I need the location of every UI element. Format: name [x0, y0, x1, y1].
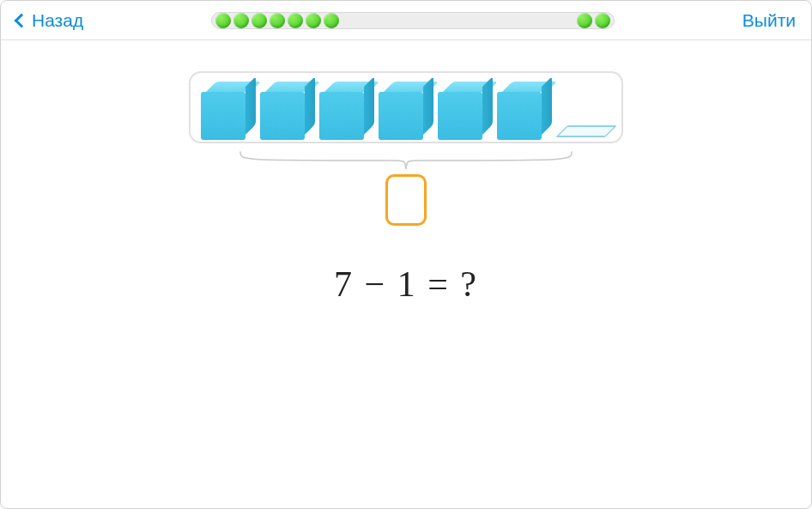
progress-track: [211, 12, 615, 29]
progress-ball-icon: [215, 13, 231, 28]
equation-text: 7 − 1 = ?: [334, 264, 478, 305]
progress-right-group: [577, 13, 610, 28]
chevron-left-icon: [15, 13, 29, 27]
brace-bracket: [237, 150, 575, 167]
exit-label: Выйти: [742, 10, 796, 30]
progress-bar: [211, 12, 615, 29]
progress-ball-icon: [233, 13, 249, 28]
content-area: 7 − 1 = ?: [1, 40, 811, 508]
cube-icon: [260, 78, 310, 140]
back-label: Назад: [32, 10, 83, 31]
progress-ball-icon: [595, 13, 610, 28]
cube-icon: [201, 78, 251, 140]
cubes-frame: [189, 71, 623, 143]
cube-icon: [379, 78, 428, 140]
cube-icon: [319, 78, 369, 140]
progress-ball-icon: [306, 13, 321, 28]
progress-ball-icon: [251, 13, 267, 28]
progress-left-group: [215, 13, 339, 28]
cube-icon: [438, 78, 488, 140]
exit-button[interactable]: Выйти: [742, 10, 796, 31]
header: Назад Выйти: [1, 1, 811, 40]
progress-ball-icon: [324, 13, 339, 28]
answer-input[interactable]: [385, 174, 427, 226]
progress-ball-icon: [288, 13, 303, 28]
app-frame: Назад Выйти 7 − 1 = ?: [0, 0, 812, 509]
empty-slot-icon: [555, 125, 617, 137]
cube-icon: [497, 78, 547, 140]
progress-ball-icon: [577, 13, 592, 28]
progress-ball-icon: [270, 13, 285, 28]
back-button[interactable]: Назад: [16, 10, 83, 31]
